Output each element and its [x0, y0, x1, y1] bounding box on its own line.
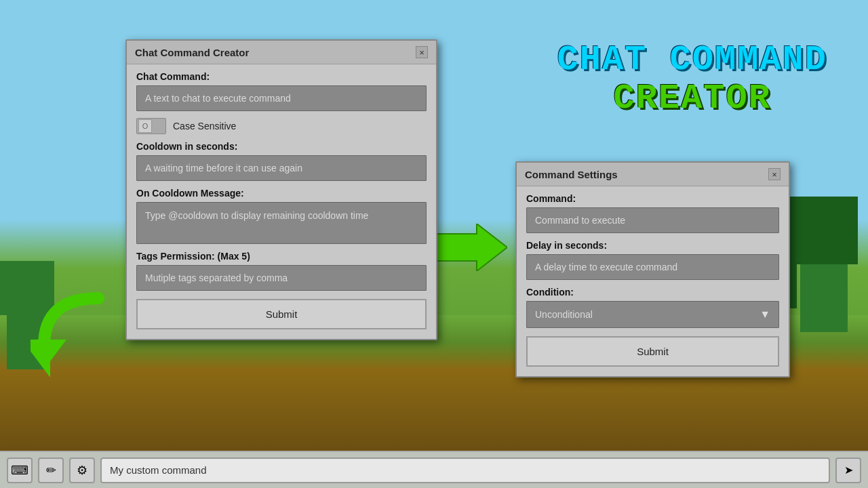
title-line1: CHAT COMMAND [557, 41, 827, 79]
taskbar-send-button[interactable]: ➤ [835, 458, 861, 483]
svg-marker-0 [426, 224, 507, 271]
command-label: Command: [526, 193, 779, 204]
settings-submit-button[interactable]: Submit [526, 336, 779, 367]
gear-icon[interactable]: ⚙ [69, 458, 95, 483]
chat-command-label: Chat Command: [136, 71, 427, 82]
delay-label: Delay in seconds: [526, 240, 779, 251]
case-sensitive-knob: O [138, 119, 152, 133]
dialog-settings-close[interactable]: × [768, 168, 781, 180]
tags-label: Tags Permission: (Max 5) [136, 251, 427, 262]
dialog-settings-titlebar: Command Settings × [517, 163, 789, 186]
dialog-main-close[interactable]: × [416, 46, 428, 58]
case-sensitive-label: Case Sensitive [173, 121, 236, 131]
dialog-settings: Command Settings × Command: Command to e… [515, 161, 790, 378]
chat-command-input[interactable]: A text to chat to execute command [136, 85, 427, 111]
dialog-settings-title: Command Settings [525, 169, 618, 180]
dropdown-arrow-icon: ▼ [760, 308, 770, 321]
arrow-right [426, 224, 507, 271]
condition-label: Condition: [526, 287, 779, 298]
dialog-settings-body: Command: Command to execute Delay in sec… [517, 186, 789, 376]
title-overlay: CHAT COMMAND CREATOR [557, 41, 827, 118]
arrow-left-curved [31, 291, 119, 380]
taskbar-input-value: My custom command [110, 464, 207, 476]
condition-dropdown[interactable]: Unconditional ▼ [526, 301, 779, 328]
cooldown-message-label: On Cooldown Message: [136, 188, 427, 199]
condition-value: Unconditional [535, 309, 593, 320]
dialog-main: Chat Command Creator × Chat Command: A t… [125, 39, 437, 340]
keyboard-icon[interactable]: ⌨ [7, 458, 33, 483]
main-submit-button[interactable]: Submit [136, 299, 427, 329]
title-line2: CREATOR [557, 79, 827, 118]
case-sensitive-toggle[interactable]: O [136, 118, 166, 134]
dialog-main-titlebar: Chat Command Creator × [127, 41, 436, 64]
tags-input[interactable]: Mutiple tags separated by comma [136, 265, 427, 291]
dialog-main-title: Chat Command Creator [135, 47, 249, 58]
cooldown-input[interactable]: A waiting time before it can use again [136, 155, 427, 181]
dialog-main-body: Chat Command: A text to chat to execute … [127, 64, 436, 339]
taskbar-input[interactable]: My custom command [100, 458, 830, 483]
delay-input[interactable]: A delay time to execute command [526, 254, 779, 280]
tree-leaves-2 [790, 197, 858, 264]
send-icon: ➤ [844, 464, 853, 476]
case-sensitive-row: O Case Sensitive [136, 118, 427, 134]
taskbar: ⌨ ✏ ⚙ My custom command ➤ [0, 451, 868, 488]
cooldown-message-input[interactable]: Type @cooldown to display remaining cool… [136, 202, 427, 244]
command-input[interactable]: Command to execute [526, 207, 779, 233]
cooldown-label: Cooldown in seconds: [136, 141, 427, 152]
pencil-icon[interactable]: ✏ [38, 458, 64, 483]
